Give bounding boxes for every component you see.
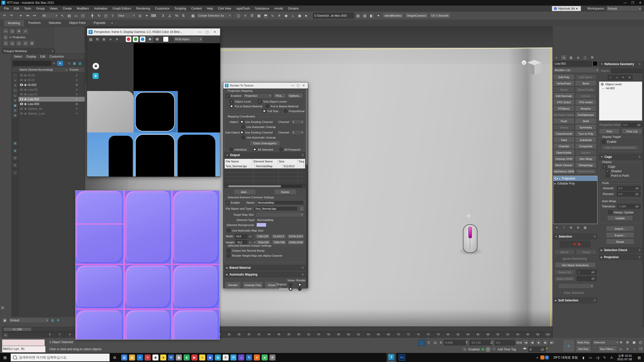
uv2smooth-button[interactable]: UV 2 Smooth <box>429 13 451 19</box>
frozen-cell[interactable]: ✻ <box>69 93 85 96</box>
utilities-tab-icon[interactable]: ⚒ <box>589 55 595 60</box>
proportion-mult-field[interactable]: 0.0▲▼ <box>622 123 642 127</box>
auto-map-size-checkbox[interactable] <box>227 229 230 232</box>
frozen-cell[interactable]: ✻ <box>69 88 85 92</box>
show-end-result-icon[interactable]: ⌶ <box>562 226 566 229</box>
ribbon-cycle-icon[interactable]: ◦ <box>115 22 120 24</box>
full-size-radio[interactable] <box>262 109 266 113</box>
options-button[interactable]: Options... <box>287 93 303 98</box>
current-frame-field[interactable]: 0▲▼ <box>528 347 546 352</box>
preset-768-button[interactable]: 768x768 <box>272 240 287 245</box>
red-channel-icon[interactable] <box>126 36 131 42</box>
weather-status[interactable]: 29°C 대체로 흐림 <box>553 355 578 360</box>
pick-reference-icon[interactable]: ⤫ <box>609 76 613 79</box>
set-key-button[interactable]: Set Key <box>576 346 591 352</box>
viewport-layout-icon[interactable]: ▥ <box>362 13 368 19</box>
baked-material-rollout[interactable]: ▶Baked Material⠿ <box>224 265 305 270</box>
select-and-rotate-icon[interactable]: ↻ <box>96 13 102 19</box>
frozen-cell[interactable]: ✻ <box>69 102 85 106</box>
point-to-point-checkbox[interactable] <box>606 174 610 177</box>
percent-snap-icon[interactable]: % <box>174 13 180 19</box>
modifier-button[interactable]: OpenSubdiv <box>553 150 575 155</box>
taskbar-app-icon[interactable]: ◈ <box>184 354 190 360</box>
visibility-eye-icon[interactable] <box>20 93 23 96</box>
col-element-name[interactable]: Element Name <box>253 159 278 164</box>
col-file-name[interactable]: File Name <box>225 159 253 164</box>
menu-item[interactable]: Group <box>34 7 47 10</box>
menu-item[interactable]: Scripting <box>172 7 189 10</box>
element-background-swatch[interactable] <box>256 223 266 227</box>
channel-display-dropdown[interactable]: RGB Alpha▾ <box>174 36 203 42</box>
close-button[interactable]: ✕ <box>636 1 644 5</box>
push-amount-field[interactable]: 0.0▲▼ <box>617 186 640 191</box>
remove-modifier-icon[interactable]: ⊘ <box>576 226 580 229</box>
selection-check-rollout[interactable]: ▶Selection Check⠿ <box>599 247 642 253</box>
tray-icon[interactable]: ▮ <box>581 356 585 359</box>
curve-editor-icon[interactable]: ∿ <box>269 13 275 19</box>
maximize-viewport-icon[interactable]: ❒ <box>637 346 644 352</box>
window-crossing-icon[interactable]: ◳ <box>80 13 86 19</box>
align-icon[interactable]: ≡ <box>242 13 248 19</box>
table-row[interactable]: Sphere_Hi✻ <box>18 106 85 111</box>
playback-icon[interactable]: |▶ <box>542 339 548 345</box>
height-alpha-checkbox[interactable] <box>227 254 230 257</box>
frozen-cell[interactable]: ✻ <box>69 78 85 82</box>
soft-selection-rollout[interactable]: ▶Soft Selection⠿ <box>553 298 597 303</box>
browse-file-button[interactable]: ... <box>299 206 304 211</box>
table-row[interactable]: Hi-01✻ <box>18 78 85 82</box>
menu-item[interactable]: Tools <box>22 7 34 10</box>
frozen-column-header[interactable]: Frozen <box>69 67 85 72</box>
proportional-radio[interactable] <box>284 109 288 113</box>
menu-item[interactable]: Modifiers <box>74 7 92 10</box>
modifier-button[interactable]: Shell <box>575 118 596 124</box>
rtt-minimize-icon[interactable]: — <box>290 83 295 88</box>
pick-list-button[interactable]: Pick List <box>622 129 642 134</box>
original-views-radio[interactable] <box>289 283 293 287</box>
display-filter-icon[interactable]: ◑ <box>13 78 18 82</box>
menu-item[interactable]: Civil View <box>216 7 234 10</box>
taskbar-app-icon[interactable]: ◒ <box>238 354 244 360</box>
visibility-eye-icon[interactable] <box>20 74 23 76</box>
unwrap-only-button[interactable]: Unwrap Only <box>243 282 263 288</box>
rfw-close-icon[interactable]: ✕ <box>211 30 219 34</box>
clear-image-icon[interactable]: ✕ <box>115 37 119 41</box>
enabled-checkbox[interactable] <box>226 94 229 98</box>
hide-working-geometry-button[interactable]: Hide Working Geometry <box>601 145 639 150</box>
key-mode-toggle-icon[interactable]: ✦ <box>544 347 549 350</box>
output-row-selected[interactable]: Test_Normal.tga NormalsMap 512x512 <box>225 164 305 168</box>
file-name-input[interactable]: Test_Normal.tga <box>254 206 298 211</box>
lock-explorer-icon[interactable]: ⚿ <box>67 62 71 65</box>
rtt-close-icon[interactable]: ✕ <box>301 83 306 88</box>
modifier-button[interactable]: Skin Wrap <box>575 156 596 162</box>
select-and-link-icon[interactable]: ⚭ <box>18 13 24 19</box>
object-level-checkbox[interactable] <box>230 100 233 103</box>
output-empty-row[interactable] <box>225 172 305 176</box>
select-and-move-icon[interactable]: ╋ <box>89 13 95 19</box>
taskbar-app-icon[interactable]: ⚙ <box>269 354 275 360</box>
alpha-channel-icon[interactable] <box>154 36 160 42</box>
always-update-checkbox[interactable] <box>608 210 612 214</box>
maxscript-mini-listener-output[interactable] <box>2 339 45 346</box>
modifier-button[interactable]: Twist <box>553 137 575 143</box>
display-filter-icon[interactable]: ✎ <box>13 163 18 167</box>
new-layer-icon[interactable]: ⊞ <box>56 319 60 322</box>
modifier-button[interactable]: Retopology <box>575 162 596 168</box>
menu-item[interactable]: Content <box>189 7 204 10</box>
table-row[interactable]: Sphere_Low✻ <box>18 111 85 116</box>
x-coordinate-field[interactable]: 8.008 <box>444 340 466 345</box>
toggle-scene-explorer-icon[interactable]: ☰ <box>249 13 255 19</box>
rtt-scrollbar[interactable] <box>306 89 308 287</box>
playback-icon[interactable]: ◀| <box>529 339 535 345</box>
unlink-selection-icon[interactable]: ⚮ <box>25 13 31 19</box>
zoom-region-icon[interactable]: ◰ <box>637 339 644 345</box>
modifier-button[interactable]: FFD 3x3x3 <box>553 99 575 105</box>
modifier-button[interactable]: Fillet/Chamfer <box>575 168 596 174</box>
spinner-snap-icon[interactable]: ⇅ <box>180 13 186 19</box>
export-button[interactable]: Export... <box>606 233 634 238</box>
green-channel-icon[interactable] <box>133 36 138 42</box>
rtt-maximize-icon[interactable]: ▢ <box>295 83 301 88</box>
reference-geometry-rollout[interactable]: ▼Reference Geometry⠿ <box>599 61 642 67</box>
explorer-menu-select[interactable]: Select <box>14 55 22 58</box>
field-of-view-icon[interactable]: ▷ <box>618 346 624 352</box>
ribbon-panel-icon[interactable]: ▱ <box>23 29 28 34</box>
